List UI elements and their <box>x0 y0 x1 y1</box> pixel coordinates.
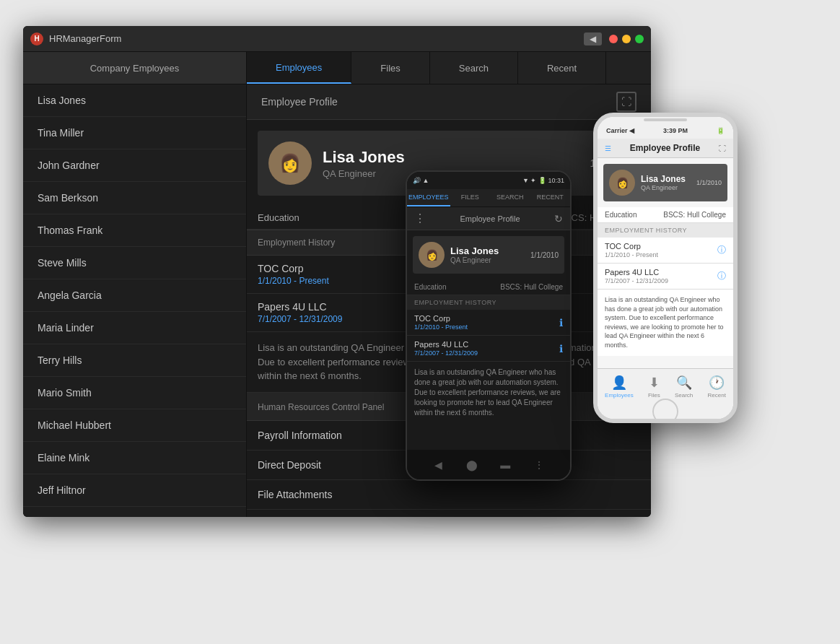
iphone-education-row: Education BSCS: Hull College <box>598 207 733 223</box>
scene: H HRManagerForm ◀ Company Employees Empl… <box>23 26 817 618</box>
android-job-info: Papers 4U LLC 7/1/2007 - 12/31/2009 <box>414 340 478 357</box>
iphone-tab-label-search: Search <box>675 392 693 399</box>
list-item[interactable]: Tina Miller <box>23 117 246 149</box>
tab-company-employees[interactable]: Company Employees <box>23 52 247 84</box>
android-company: TOC Corp <box>414 314 468 323</box>
iphone-tab-employees[interactable]: 👤 Employees <box>605 375 634 399</box>
tab-recent[interactable]: Recent <box>518 52 606 84</box>
list-item[interactable]: Timothy Maddison <box>23 507 246 517</box>
iphone-dates: 1/1/2010 - Present <box>605 251 658 258</box>
info-icon[interactable]: ⓘ <box>717 244 726 256</box>
iphone-employment-item: Papers 4U LLC 7/1/2007 - 12/31/2009 ⓘ <box>598 264 733 290</box>
list-item[interactable]: Jeff Hiltnor <box>23 474 246 507</box>
iphone-home-button[interactable] <box>652 399 678 419</box>
education-label: Education <box>258 212 299 223</box>
android-tab-recent[interactable]: RECENT <box>530 189 570 206</box>
list-item[interactable]: Michael Hubbert <box>23 409 246 442</box>
list-item[interactable]: Terry Hills <box>23 344 246 377</box>
iphone-company: TOC Corp <box>605 242 658 251</box>
android-body: ⋮ Employee Profile ↻ 👩 Lisa Jones QA Eng… <box>407 207 570 450</box>
employees-sidebar: Lisa Jones Tina Miller John Gardner Sam … <box>23 84 247 517</box>
list-item[interactable]: Sam Berkson <box>23 182 246 214</box>
window-controls <box>609 35 644 43</box>
iphone-job-info: Papers 4U LLC 7/1/2007 - 12/31/2009 <box>605 268 668 284</box>
android-tab-employees[interactable]: EMPLOYEES <box>407 189 450 206</box>
tab-bar: Company Employees Employees Files Search… <box>23 52 651 84</box>
android-panel-title: Employee Profile <box>460 214 520 223</box>
android-tab-search[interactable]: SEARCH <box>490 189 530 206</box>
android-tab-files[interactable]: FILES <box>450 189 490 206</box>
close-button[interactable] <box>609 35 618 43</box>
list-item[interactable]: Steve Mills <box>23 247 246 279</box>
android-employment-header: EMPLOYMENT HISTORY <box>407 295 570 310</box>
panel-header: Employee Profile ⛶ <box>247 84 651 120</box>
android-status-right: ▼ ✦ 🔋 10:31 <box>522 177 564 184</box>
recent-icon: 🕐 <box>709 375 725 391</box>
iphone-home-indicator <box>598 404 733 419</box>
iphone-tab-label-files: Files <box>648 392 660 399</box>
iphone-tab-recent[interactable]: 🕐 Recent <box>708 375 726 399</box>
android-recents-button[interactable]: ▬ <box>496 456 514 474</box>
panel-title: Employee Profile <box>261 96 338 108</box>
info-icon[interactable]: ⓘ <box>717 270 726 282</box>
android-phone: 🔊 ▲ ▼ ✦ 🔋 10:31 EMPLOYEES FILES SEARCH R… <box>406 170 572 481</box>
android-employee-name: Lisa Jones <box>450 245 499 256</box>
android-back-button[interactable]: ◀ <box>429 456 447 474</box>
iphone-body: 👩 Lisa Jones QA Engineer 1/1/2010 Educat… <box>598 158 733 368</box>
iphone-employee-date: 1/1/2010 <box>696 179 722 186</box>
android-education-row: Education BSCS: Hull College <box>407 279 570 295</box>
iphone-company: Papers 4U LLC <box>605 268 668 277</box>
iphone-tab-files[interactable]: ⬇ Files <box>648 375 660 399</box>
list-item[interactable]: Mario Smith <box>23 377 246 409</box>
tab-search[interactable]: Search <box>430 52 518 84</box>
iphone-dates: 7/1/2007 - 12/31/2009 <box>605 277 668 284</box>
list-item[interactable]: Thomas Frank <box>23 214 246 247</box>
iphone-profile-card: 👩 Lisa Jones QA Engineer 1/1/2010 <box>603 164 727 201</box>
window-back-button[interactable]: ◀ <box>584 32 602 45</box>
list-item[interactable]: Lisa Jones <box>23 84 246 117</box>
expand-button[interactable]: ⛶ <box>616 92 636 112</box>
list-item[interactable]: Maria Linder <box>23 312 246 344</box>
android-employment-item: Papers 4U LLC 7/1/2007 - 12/31/2009 ℹ <box>407 336 570 362</box>
hr-section-title: Human Resources Control Panel <box>258 402 384 412</box>
android-tabs: EMPLOYEES FILES SEARCH RECENT <box>407 189 570 207</box>
iphone-avatar: 👩 <box>609 170 635 196</box>
android-home-button[interactable]: ⬤ <box>463 456 481 474</box>
android-education-label: Education <box>414 283 446 291</box>
iphone-bio: Lisa is an outstanding QA Engineer who h… <box>598 290 733 356</box>
maximize-button[interactable] <box>635 35 644 43</box>
iphone-nav-icon: ☰ <box>605 144 611 152</box>
iphone-employee-name: Lisa Jones <box>641 174 686 184</box>
iphone-employment-header: EMPLOYMENT HISTORY <box>598 223 733 238</box>
iphone-employment-item: TOC Corp 1/1/2010 - Present ⓘ <box>598 238 733 264</box>
iphone-expand-icon[interactable]: ⛶ <box>719 144 726 152</box>
android-statusbar: 🔊 ▲ ▼ ✦ 🔋 10:31 <box>407 172 570 189</box>
iphone-inner: Carrier ◀ 3:39 PM 🔋 ☰ Employee Profile ⛶… <box>598 117 733 419</box>
iphone-employee-title: QA Engineer <box>641 184 686 191</box>
iphone: Carrier ◀ 3:39 PM 🔋 ☰ Employee Profile ⛶… <box>593 113 738 423</box>
hr-attachments-item[interactable]: File Attachments <box>247 480 651 510</box>
tab-files[interactable]: Files <box>351 52 429 84</box>
iphone-nav-header: ☰ Employee Profile ⛶ <box>598 139 733 158</box>
iphone-tab-search[interactable]: 🔍 Search <box>675 375 693 399</box>
list-item[interactable]: John Gardner <box>23 149 246 182</box>
android-menu-button[interactable]: ⋮ <box>530 456 548 474</box>
iphone-nav-title: Employee Profile <box>630 143 700 153</box>
iphone-carrier: Carrier ◀ <box>606 127 634 134</box>
tab-employees[interactable]: Employees <box>247 52 351 84</box>
android-menu-icon: ⋮ <box>414 212 426 225</box>
iphone-time: 3:39 PM <box>663 127 688 134</box>
info-icon[interactable]: ℹ <box>559 343 563 354</box>
minimize-button[interactable] <box>622 35 631 43</box>
list-item[interactable]: Angela Garcia <box>23 279 246 312</box>
android-profile-card: 👩 Lisa Jones QA Engineer 1/1/2010 <box>413 236 564 274</box>
android-education-value: BSCS: Hull College <box>500 283 563 291</box>
search-icon: 🔍 <box>676 375 692 391</box>
info-icon[interactable]: ℹ <box>559 317 563 328</box>
list-item[interactable]: Elaine Mink <box>23 442 246 474</box>
employee-name: Lisa Jones <box>323 148 579 167</box>
window-title: HRManagerForm <box>49 33 584 44</box>
android-refresh-icon[interactable]: ↻ <box>554 213 563 225</box>
iphone-job-info: TOC Corp 1/1/2010 - Present <box>605 242 658 258</box>
android-avatar: 👩 <box>419 242 445 268</box>
